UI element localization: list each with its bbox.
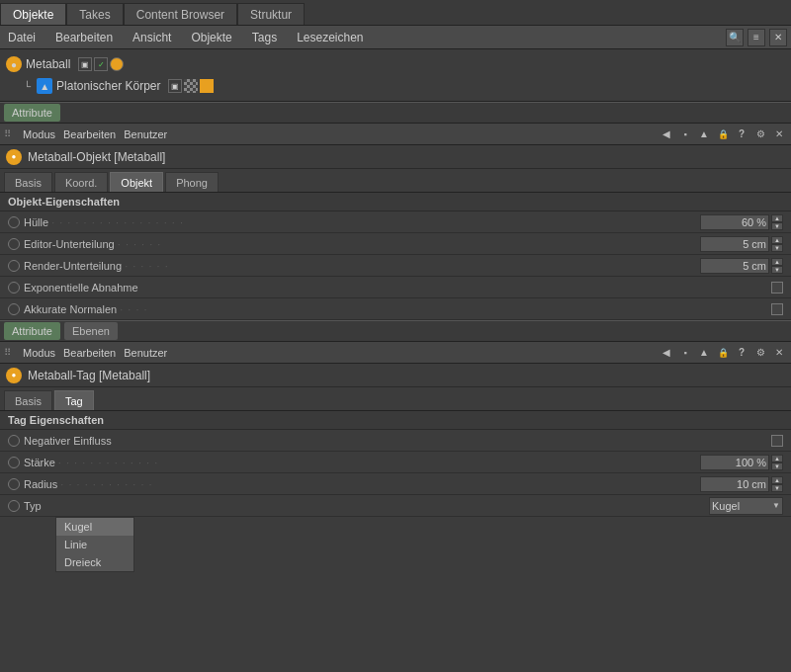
dropdown-option-linie[interactable]: Linie bbox=[56, 536, 133, 553]
lower-tab-tag[interactable]: Tag bbox=[54, 390, 94, 410]
lower-attribute-tab[interactable]: Attribute bbox=[4, 322, 60, 340]
lower-attribute-panel: Attribute Ebenen ⠿ Modus Bearbeiten Benu… bbox=[0, 320, 791, 517]
staerke-spin-up[interactable]: ▲ bbox=[771, 455, 783, 462]
upper-nav-left-icon[interactable] bbox=[659, 126, 674, 142]
platonic-label: Platonischer Körper bbox=[56, 79, 160, 93]
menu-tags[interactable]: Tags bbox=[248, 29, 281, 46]
upper-toolbar-modus[interactable]: Modus bbox=[23, 128, 55, 140]
upper-toolbar-benutzer[interactable]: Benutzer bbox=[124, 128, 167, 140]
platonic-orange-icon[interactable] bbox=[200, 79, 214, 93]
staerke-spinner: ▲ ▼ bbox=[771, 455, 783, 470]
upper-gear-icon[interactable] bbox=[752, 126, 768, 142]
menu-datei[interactable]: Datei bbox=[4, 29, 40, 46]
upper-toolbar-bearbeiten[interactable]: Bearbeiten bbox=[63, 128, 116, 140]
lower-tab-strip: Basis Tag bbox=[0, 387, 791, 411]
dropdown-option-kugel[interactable]: Kugel bbox=[56, 518, 133, 536]
tab-struktur[interactable]: Struktur bbox=[237, 3, 305, 25]
tab-takes[interactable]: Takes bbox=[66, 3, 123, 25]
huelle-indicator[interactable] bbox=[8, 216, 20, 228]
typ-dropdown[interactable]: Kugel ▼ bbox=[709, 497, 783, 515]
menu-objekte[interactable]: Objekte bbox=[187, 29, 235, 46]
staerke-indicator[interactable] bbox=[8, 457, 20, 468]
active-icon[interactable]: ✓ bbox=[94, 57, 108, 71]
upper-nav-mid-icon[interactable]: ▪ bbox=[677, 126, 693, 142]
lower-ebenen-tab[interactable]: Ebenen bbox=[64, 322, 118, 340]
menu-bearbeiten[interactable]: Bearbeiten bbox=[51, 29, 117, 46]
upper-close-icon[interactable]: ✕ bbox=[771, 126, 787, 142]
exponentielle-abnahme-indicator[interactable] bbox=[8, 282, 20, 294]
typ-indicator[interactable] bbox=[8, 500, 20, 512]
dropdown-option-dreieck[interactable]: Dreieck bbox=[56, 553, 133, 571]
upper-tab-basis[interactable]: Basis bbox=[4, 172, 52, 192]
radius-spin-up[interactable]: ▲ bbox=[771, 476, 783, 484]
top-tab-bar: Objekte Takes Content Browser Struktur bbox=[0, 0, 791, 26]
upper-question-icon[interactable] bbox=[734, 126, 749, 142]
lower-properties: Negativer Einfluss Stärke · · · · · · · … bbox=[0, 430, 791, 517]
negativer-einfluss-indicator[interactable] bbox=[8, 435, 20, 447]
upper-lock-icon[interactable] bbox=[715, 126, 731, 142]
lower-nav-mid-icon[interactable]: ▪ bbox=[677, 345, 693, 361]
upper-tab-objekt[interactable]: Objekt bbox=[110, 172, 163, 192]
upper-tab-phong[interactable]: Phong bbox=[165, 172, 219, 192]
staerke-input[interactable] bbox=[700, 455, 769, 470]
tree-row-metaball[interactable]: ● Metaball ▣ ✓ bbox=[6, 53, 785, 75]
lower-toolbar-modus[interactable]: Modus bbox=[23, 347, 55, 359]
tab-objekte[interactable]: Objekte bbox=[0, 3, 66, 25]
prop-row-akkurate-normalen: Akkurate Normalen · · · · bbox=[0, 298, 791, 320]
lower-toolbar-bearbeiten[interactable]: Bearbeiten bbox=[63, 347, 116, 359]
staerke-spin-down[interactable]: ▼ bbox=[771, 462, 783, 470]
exponentielle-abnahme-checkbox[interactable] bbox=[771, 282, 783, 294]
lower-section-header: Attribute Ebenen bbox=[0, 320, 791, 342]
radius-spin-down[interactable]: ▼ bbox=[771, 484, 783, 492]
lower-nav-up-icon[interactable] bbox=[696, 345, 712, 361]
upper-attribute-tab[interactable]: Attribute bbox=[4, 104, 60, 122]
lower-nav-left-icon[interactable] bbox=[659, 345, 674, 361]
editor-unterteilung-indicator[interactable] bbox=[8, 238, 20, 250]
akkurate-normalen-value-area bbox=[771, 303, 783, 315]
platonic-icon: ▲ bbox=[37, 78, 52, 94]
negativer-einfluss-checkbox[interactable] bbox=[771, 435, 783, 447]
platonic-vis-icon[interactable]: ▣ bbox=[168, 79, 182, 93]
upper-attribute-panel: Attribute ⠿ Modus Bearbeiten Benutzer ▪ … bbox=[0, 102, 791, 320]
tag-icon[interactable] bbox=[110, 57, 124, 71]
menu-bar: Datei Bearbeiten Ansicht Objekte Tags Le… bbox=[0, 26, 791, 49]
lower-tab-basis[interactable]: Basis bbox=[4, 390, 52, 410]
radius-input[interactable] bbox=[700, 476, 769, 492]
editor-unterteilung-input[interactable] bbox=[700, 236, 769, 252]
menu-lesezeichen[interactable]: Lesezeichen bbox=[293, 29, 367, 46]
visibility-icon[interactable]: ▣ bbox=[78, 57, 92, 71]
render-unterteilung-input[interactable] bbox=[700, 258, 769, 274]
huelle-input[interactable] bbox=[700, 214, 769, 230]
radius-indicator[interactable] bbox=[8, 478, 20, 490]
upper-attr-toolbar: ⠿ Modus Bearbeiten Benutzer ▪ ✕ bbox=[0, 124, 791, 145]
akkurate-normalen-indicator[interactable] bbox=[8, 303, 20, 315]
tab-content-browser[interactable]: Content Browser bbox=[124, 3, 237, 25]
lower-question-icon[interactable] bbox=[734, 345, 749, 361]
search-icon-btn[interactable]: 🔍 bbox=[726, 29, 744, 46]
lower-obj-title-text: Metaball-Tag [Metaball] bbox=[28, 369, 150, 382]
lower-toolbar-benutzer[interactable]: Benutzer bbox=[124, 347, 167, 359]
editor-unterteilung-spin-down[interactable]: ▼ bbox=[771, 244, 783, 252]
tree-row-platonic[interactable]: └ ▲ Platonischer Körper ▣ bbox=[24, 75, 785, 97]
upper-nav-up-icon[interactable] bbox=[696, 126, 712, 142]
platonic-checker-icon[interactable] bbox=[184, 79, 198, 93]
menu-ansicht[interactable]: Ansicht bbox=[129, 29, 175, 46]
huelle-spin-up[interactable]: ▲ bbox=[771, 214, 783, 222]
close-icon-btn[interactable]: ✕ bbox=[769, 29, 787, 46]
editor-unterteilung-spin-up[interactable]: ▲ bbox=[771, 236, 783, 244]
render-unterteilung-indicator[interactable] bbox=[8, 260, 20, 272]
render-unterteilung-spin-up[interactable]: ▲ bbox=[771, 258, 783, 266]
lower-close-icon[interactable]: ✕ bbox=[771, 345, 787, 361]
options-icon-btn[interactable]: ≡ bbox=[747, 29, 765, 46]
prop-row-huelle: Hülle · · · · · · · · · · · · · · · · · … bbox=[0, 211, 791, 233]
huelle-value-area: ▲ ▼ bbox=[700, 214, 783, 230]
object-tree: ● Metaball ▣ ✓ └ ▲ Platonischer Körper ▣ bbox=[0, 49, 791, 102]
huelle-spin-down[interactable]: ▼ bbox=[771, 222, 783, 230]
upper-tab-koord[interactable]: Koord. bbox=[54, 172, 108, 192]
render-unterteilung-spin-down[interactable]: ▼ bbox=[771, 266, 783, 274]
negativer-einfluss-label: Negativer Einfluss bbox=[24, 435, 767, 447]
akkurate-normalen-checkbox[interactable] bbox=[771, 303, 783, 315]
lower-gear-icon[interactable] bbox=[752, 345, 768, 361]
typ-label: Typ bbox=[24, 500, 705, 512]
lower-lock-icon[interactable] bbox=[715, 345, 731, 361]
